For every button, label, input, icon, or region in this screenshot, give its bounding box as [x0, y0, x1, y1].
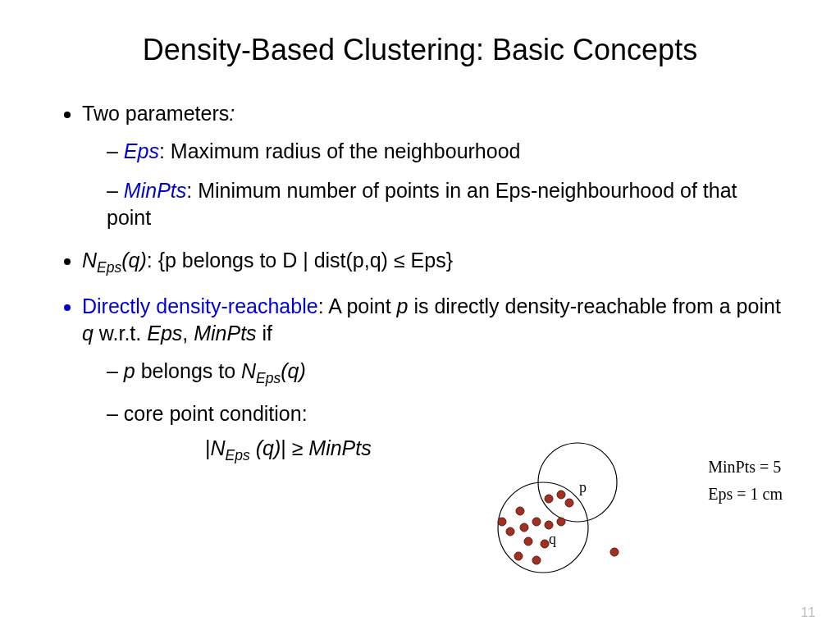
minpts-value: MinPts = 5 [708, 458, 783, 477]
ddr-q: q [82, 322, 94, 345]
ddr-term: Directly density-reachable [82, 294, 318, 317]
data-point [565, 499, 573, 507]
data-point [524, 537, 532, 546]
minpts-term: MinPts [124, 179, 186, 202]
ddr-p: p [397, 294, 409, 317]
f-bar2: | ≥ [281, 436, 308, 459]
ddr-comma: , [182, 322, 194, 345]
data-point [545, 495, 553, 503]
eps-term: Eps [124, 139, 159, 162]
cluster-diagram: p q [454, 433, 660, 581]
two-params-text: Two parameters [82, 102, 229, 125]
bullet-minpts: MinPts: Minimum number of points in an E… [107, 177, 783, 233]
data-point [532, 556, 541, 564]
data-point [541, 540, 549, 548]
label-q: q [549, 531, 556, 547]
core-cond-text: core point condition: [124, 402, 308, 425]
bullet-eps: Eps: Maximum radius of the neighbourhood [107, 138, 783, 166]
sub-n: N [241, 359, 256, 382]
neps-def: : {p belongs to D | dist(p,q) ≤ Eps} [147, 249, 453, 272]
f-q: (q) [250, 436, 281, 459]
ddr-if: if [257, 322, 272, 345]
f-eps: Eps [226, 447, 250, 463]
neps-sub: Eps [97, 259, 121, 276]
circle-p [538, 443, 617, 522]
data-point [545, 521, 553, 529]
data-point [610, 548, 619, 556]
ddr-minpts: MinPts [194, 322, 256, 345]
sub-p: p [124, 359, 135, 382]
data-point [498, 518, 506, 526]
sub-q: (q) [281, 359, 306, 382]
ddr-def3: w.r.t. [94, 322, 147, 345]
data-point [557, 518, 565, 526]
f-minpts: MinPts [308, 436, 371, 459]
eps-def: : Maximum radius of the neighbourhood [159, 139, 521, 162]
bullet-neps: NEps(q): {p belongs to D | dist(p,q) ≤ E… [82, 247, 783, 278]
page-number: 11 [801, 605, 815, 620]
data-point [532, 518, 541, 526]
slide-title: Density-Based Clustering: Basic Concepts [57, 33, 783, 67]
data-point [506, 527, 514, 536]
data-point [516, 507, 524, 515]
bullet-p-belongs: p belongs to NEps(q) [107, 358, 783, 389]
label-p: p [579, 479, 587, 495]
f-n: N [211, 436, 226, 459]
ddr-eps: Eps [147, 322, 182, 345]
bullet-two-params: Two parameters: Eps: Maximum radius of t… [82, 100, 783, 232]
diagram-side-labels: MinPts = 5 Eps = 1 cm [708, 458, 783, 512]
slide: Density-Based Clustering: Basic Concepts… [0, 0, 840, 630]
data-point [520, 523, 528, 532]
ddr-def2: is directly density-reachable from a poi… [408, 294, 780, 317]
ddr-def1: : A point [318, 294, 397, 317]
eps-value: Eps = 1 cm [708, 485, 783, 504]
sub-belongs: belongs to [135, 359, 241, 382]
sub-eps: Eps [256, 370, 281, 386]
diagram-area: p q MinPts = 5 Eps = 1 cm [454, 433, 783, 581]
content-body: Two parameters: Eps: Maximum radius of t… [57, 100, 783, 465]
data-point [557, 491, 565, 499]
neps-n: N [82, 249, 97, 272]
data-point [514, 552, 523, 560]
neps-arg: (q) [121, 249, 147, 272]
minpts-def: : Minimum number of points in an Eps-nei… [107, 179, 737, 230]
